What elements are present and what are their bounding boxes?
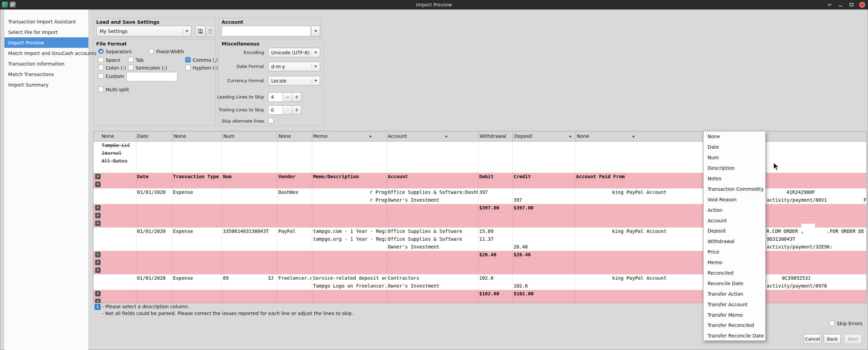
menu-item[interactable]: Action bbox=[704, 205, 765, 215]
column-type-combo[interactable]: None bbox=[577, 133, 589, 139]
multi-split-checkbox[interactable] bbox=[98, 87, 104, 92]
column-type-combo[interactable]: Account bbox=[388, 133, 407, 139]
column-type-combo[interactable]: None bbox=[279, 133, 291, 139]
menu-item[interactable]: Num bbox=[704, 152, 765, 163]
custom-separator-label: Custom bbox=[106, 74, 124, 79]
column-type-combo[interactable]: Deposit bbox=[514, 133, 533, 139]
sidebar-item[interactable]: Select File for Import bbox=[4, 27, 88, 37]
menu-item[interactable]: Date bbox=[704, 142, 765, 152]
account-dropdown-button[interactable] bbox=[311, 26, 320, 36]
column-type-combo[interactable]: Memo bbox=[313, 133, 328, 139]
encoding-combo[interactable]: Unicode (UTF-8) bbox=[268, 48, 320, 57]
minimize-button[interactable] bbox=[837, 2, 844, 8]
cell-text: Expense bbox=[173, 189, 193, 195]
menu-item[interactable]: Description bbox=[704, 163, 765, 173]
fixed-width-radio[interactable] bbox=[149, 49, 154, 54]
menu-item[interactable]: Account bbox=[704, 215, 765, 226]
separator-checkbox[interactable] bbox=[185, 57, 191, 62]
cell-text: king PayPal Account bbox=[612, 275, 666, 281]
chevron-down-icon bbox=[314, 66, 317, 68]
leading-lines-increment-button[interactable]: + bbox=[292, 92, 301, 102]
chevron-down-icon[interactable] bbox=[569, 136, 572, 138]
cancel-button[interactable]: Cancel bbox=[804, 334, 821, 344]
menu-item[interactable]: Memo bbox=[704, 257, 765, 268]
column-type-combo[interactable]: Num bbox=[223, 133, 235, 139]
sidebar-item[interactable]: Transaction Import Assistant bbox=[4, 16, 88, 27]
trailing-lines-value[interactable]: 0 bbox=[268, 105, 283, 115]
cell-text: activity/payment/32E96: bbox=[767, 244, 833, 250]
shade-button[interactable] bbox=[827, 2, 833, 8]
menu-item[interactable]: Transfer Action bbox=[704, 289, 765, 299]
file-format-group: File Format Separators Fixed-Width Space… bbox=[93, 39, 216, 126]
cell-text: Credit bbox=[514, 174, 531, 180]
chevron-down-icon[interactable] bbox=[632, 136, 635, 138]
separator-checkbox-label: Tab bbox=[136, 57, 144, 63]
separator-checkbox[interactable] bbox=[98, 65, 104, 70]
menu-item[interactable]: Transfer Reconciled bbox=[704, 320, 765, 331]
sidebar-item[interactable]: Import Summary bbox=[4, 79, 88, 90]
cell-text: Account bbox=[388, 174, 408, 180]
menu-item[interactable]: Transfer Reconcile Date bbox=[704, 331, 765, 341]
leading-lines-decrement-button[interactable]: − bbox=[283, 92, 292, 102]
column-type-combo[interactable]: None bbox=[174, 133, 186, 139]
column-type-combo[interactable]: Withdrawal bbox=[480, 133, 506, 139]
error-icon: ✕ bbox=[95, 291, 101, 296]
back-button[interactable]: Back bbox=[824, 334, 841, 344]
separator-checkbox-label: Space bbox=[106, 57, 120, 63]
cell-text: Journal bbox=[102, 150, 122, 156]
chevron-down-icon bbox=[828, 2, 831, 6]
column-type-combo[interactable]: Date bbox=[137, 133, 148, 139]
skip-alternate-checkbox[interactable] bbox=[268, 118, 274, 123]
menu-item[interactable]: Void Reason bbox=[704, 194, 765, 205]
cell-text: Debit bbox=[479, 174, 493, 180]
skip-errors-checkbox[interactable] bbox=[829, 320, 835, 326]
menu-item[interactable]: Transfer Memo bbox=[704, 310, 765, 320]
menu-item[interactable]: Transaction Commodity bbox=[704, 184, 765, 194]
cell-text: Account Paid From bbox=[576, 174, 625, 180]
separator-checkbox[interactable] bbox=[128, 57, 134, 62]
chevron-down-icon[interactable] bbox=[445, 136, 448, 138]
cell-text: Owner's Investment bbox=[388, 197, 439, 203]
sidebar-item[interactable]: Match Transactions bbox=[4, 69, 88, 79]
close-button[interactable]: ✕ bbox=[859, 2, 865, 8]
menu-item[interactable]: Reconciled bbox=[704, 268, 765, 278]
cell-text: 01/01/2020 bbox=[137, 275, 166, 281]
delete-settings-button[interactable] bbox=[206, 26, 215, 36]
account-input[interactable] bbox=[222, 26, 311, 36]
sidebar-item[interactable]: Import Preview bbox=[4, 37, 88, 48]
maximize-icon bbox=[850, 3, 853, 6]
separator-checkbox[interactable] bbox=[128, 65, 134, 70]
menu-item[interactable]: Reconcile Date bbox=[704, 278, 765, 289]
menu-item[interactable]: Notes bbox=[704, 173, 765, 184]
next-button[interactable]: Next bbox=[844, 334, 862, 344]
column-type-combo[interactable]: None bbox=[102, 133, 114, 139]
separator-checkbox[interactable] bbox=[185, 65, 191, 70]
menu-item[interactable]: Transfer Account bbox=[704, 299, 765, 310]
currency-format-combo[interactable]: Locale bbox=[268, 76, 320, 86]
custom-separator-input[interactable] bbox=[126, 72, 177, 81]
sidebar-item[interactable]: Match Import and GnuCash accounts bbox=[4, 48, 88, 58]
trailing-lines-increment-button[interactable]: + bbox=[292, 105, 301, 115]
save-settings-button[interactable] bbox=[196, 26, 205, 36]
cell-text: tampgo.com - 1 Year - Regis bbox=[313, 228, 386, 234]
menu-item[interactable]: None bbox=[704, 131, 765, 142]
chevron-down-icon[interactable] bbox=[369, 136, 372, 138]
date-format-combo[interactable]: d-m-y bbox=[268, 62, 320, 71]
menu-item[interactable]: Withdrawal bbox=[704, 236, 765, 247]
column-gridline bbox=[513, 142, 513, 303]
menu-item[interactable]: Deposit bbox=[704, 226, 765, 236]
group-title: Miscellaneous bbox=[222, 41, 259, 47]
cell-text: R.COM ORDER [ bbox=[766, 228, 804, 234]
maximize-button[interactable] bbox=[848, 2, 854, 8]
cell-text: .FOR ORDER DE bbox=[827, 228, 864, 234]
column-separator bbox=[513, 131, 513, 142]
sidebar-item[interactable]: Transaction Information bbox=[4, 58, 88, 69]
custom-separator-checkbox[interactable] bbox=[98, 73, 104, 79]
column-separator bbox=[277, 131, 277, 142]
menu-item[interactable]: Price bbox=[704, 247, 765, 257]
settings-combo[interactable]: My Settings bbox=[97, 26, 191, 36]
separators-radio[interactable] bbox=[98, 49, 104, 54]
leading-lines-value[interactable]: 4 bbox=[268, 92, 283, 102]
separator-checkbox[interactable] bbox=[98, 57, 104, 62]
trailing-lines-decrement-button[interactable]: − bbox=[283, 105, 292, 115]
